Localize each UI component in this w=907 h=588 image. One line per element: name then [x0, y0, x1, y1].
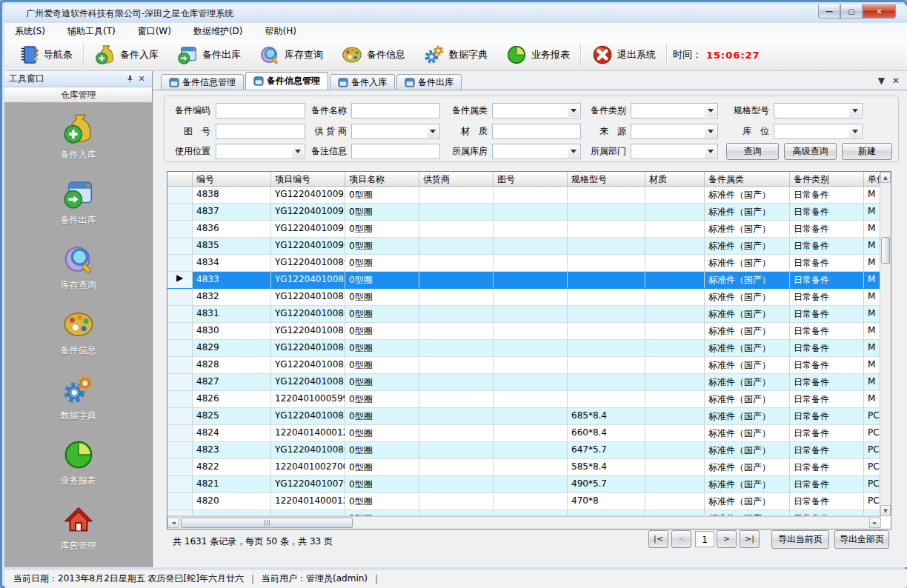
input-材质[interactable] — [492, 124, 581, 139]
tab-4-备件出库[interactable]: 备件出库 — [396, 74, 462, 90]
menu-item-5[interactable]: 帮助(H) — [265, 25, 296, 38]
row-selector-cell[interactable] — [167, 357, 193, 374]
combo-所属库房[interactable] — [492, 144, 581, 159]
scroll-down-icon[interactable]: ▼ — [880, 505, 891, 516]
combo-所属部门[interactable] — [631, 144, 718, 159]
export-all-pages-button[interactable]: 导出全部页 — [834, 530, 889, 549]
chevron-down-icon[interactable] — [568, 145, 579, 158]
chevron-down-icon[interactable] — [705, 145, 717, 158]
table-row-4829[interactable]: 4829YG122040100840型圈标准件（国产）日常备件M — [167, 340, 881, 357]
table-row-4831[interactable]: 4831YG122040100860型圈标准件（国产）日常备件M — [167, 306, 881, 323]
menu-item-4[interactable]: 数据维护(D) — [193, 25, 243, 38]
tab-3-备件入库[interactable]: 备件入库 — [330, 74, 395, 90]
chevron-down-icon[interactable] — [568, 104, 579, 117]
toolbar-button-库存查询[interactable]: 库存查询 — [250, 41, 332, 68]
combo-库位[interactable] — [774, 124, 863, 139]
toolbar-button-备件信息[interactable]: 备件信息 — [332, 41, 414, 68]
toolbar-button-导航条[interactable]: 导航条 — [9, 41, 82, 68]
input-备件编码[interactable] — [216, 103, 305, 118]
first-page-button[interactable]: |< — [648, 530, 668, 548]
table-row-4827[interactable]: 4827YG122040100820型圈标准件（国产）日常备件M — [167, 374, 881, 391]
chevron-down-icon[interactable] — [705, 104, 717, 117]
table-row-4830[interactable]: 4830YG122040100850型圈标准件（国产）日常备件M — [167, 323, 881, 340]
combo-规格型号[interactable] — [774, 103, 863, 118]
button-查询[interactable]: 查询 — [726, 143, 779, 160]
vertical-scroll-thumb[interactable] — [881, 237, 890, 264]
row-selector-cell[interactable] — [167, 187, 193, 204]
row-selector-cell[interactable] — [167, 442, 193, 459]
column-header-供货商[interactable]: 供货商 — [419, 172, 494, 186]
vertical-scrollbar[interactable]: ▲ ▼ — [880, 172, 891, 516]
column-header-项目名称[interactable]: 项目名称 — [345, 172, 419, 186]
table-row-partial[interactable]: 0型圈标准件（国产）日常备件 — [167, 510, 881, 516]
row-selector-cell[interactable] — [167, 340, 193, 357]
tab-2-备件信息管理[interactable]: 备件信息管理 — [245, 72, 328, 90]
sidebar-item-备件出库[interactable]: 备件出库 — [4, 177, 152, 242]
chevron-down-icon[interactable] — [427, 125, 439, 138]
button-新建[interactable]: 新建 — [842, 143, 892, 160]
scroll-left-icon[interactable]: ◄ — [167, 518, 179, 528]
column-header-图号[interactable]: 图号 — [494, 172, 568, 186]
horizontal-scroll-thumb[interactable] — [181, 518, 353, 528]
next-page-button[interactable]: > — [717, 530, 737, 548]
input-备件名称[interactable] — [351, 103, 440, 118]
row-selector-cell[interactable] — [167, 408, 193, 425]
column-header-规格型号[interactable]: 规格型号 — [568, 172, 645, 186]
input-图号[interactable] — [216, 124, 305, 139]
table-row-4826[interactable]: 482612204010005990型圈标准件（国产）日常备件M — [167, 391, 881, 408]
table-row-4832[interactable]: 4832YG122040100870型圈标准件（国产）日常备件M — [167, 289, 881, 306]
scroll-up-icon[interactable]: ▲ — [880, 172, 891, 183]
pin-icon[interactable] — [124, 73, 136, 85]
row-selector-cell[interactable] — [167, 476, 193, 493]
sidebar-item-数据字典[interactable]: 数据字典 — [4, 372, 152, 438]
row-selector-cell[interactable] — [167, 204, 193, 221]
sidebar-item-备件入库[interactable]: 备件入库 — [4, 112, 152, 177]
chevron-down-icon[interactable] — [849, 125, 861, 138]
tab-list-dropdown-icon[interactable]: ▼ — [878, 76, 885, 86]
toolbar-button-业务报表[interactable]: 业务报表 — [496, 41, 579, 68]
chevron-down-icon[interactable] — [849, 104, 861, 117]
row-selector-cell[interactable] — [167, 510, 193, 516]
table-row-4838[interactable]: 4838YG122040100930型圈标准件（国产）日常备件M — [167, 187, 881, 204]
table-row-4820[interactable]: 482012204014000130型圈470*8标准件（国产）日常备件PC — [167, 493, 881, 510]
close-button[interactable]: ✕ — [863, 4, 896, 19]
sidebar-item-库房管理[interactable]: 库房管理 — [4, 503, 152, 568]
combo-备件属类[interactable] — [492, 103, 581, 118]
row-selector-cell[interactable] — [167, 238, 193, 255]
row-selector-cell[interactable] — [167, 323, 193, 340]
table-row-4824[interactable]: 482412204014000120型圈660*8.4标准件（国产）日常备件PC — [167, 425, 881, 442]
last-page-button[interactable]: >| — [740, 530, 760, 548]
maximize-button[interactable]: ▢ — [840, 4, 863, 19]
sidebar-item-库存查询[interactable]: 库存查询 — [4, 242, 152, 307]
table-row-4837[interactable]: 4837YG122040100920型圈标准件（国产）日常备件M — [167, 204, 881, 221]
column-header-备件类别[interactable]: 备件类别 — [790, 172, 864, 186]
table-row-4834[interactable]: 4834YG122040100890型圈标准件（国产）日常备件M — [167, 255, 881, 272]
toolbar-button-备件出库[interactable]: 备件出库 — [167, 41, 250, 68]
combo-来源[interactable] — [631, 124, 718, 139]
toolbar-button-备件入库[interactable]: 备件入库 — [85, 41, 167, 68]
combo-备件类别[interactable] — [631, 103, 718, 118]
column-header-编号[interactable]: 编号 — [193, 172, 271, 186]
toolbar-button-退出系统[interactable]: 退出系统 — [582, 41, 665, 68]
sidebar-item-备件信息[interactable]: 备件信息 — [4, 307, 152, 372]
row-selector-cell[interactable] — [167, 289, 193, 306]
chevron-down-icon[interactable] — [705, 125, 717, 138]
table-row-4833[interactable]: ▶4833YG122040100880型圈标准件（国产）日常备件M — [167, 272, 881, 289]
toolbar-button-数据字典[interactable]: 数据字典 — [414, 41, 496, 68]
chevron-down-icon[interactable] — [292, 145, 304, 158]
minimize-button[interactable]: — — [818, 4, 840, 19]
table-row-4828[interactable]: 4828YG122040100830型圈标准件（国产）日常备件M — [167, 357, 881, 374]
horizontal-scrollbar[interactable]: ◄ ► — [167, 516, 881, 529]
table-row-4823[interactable]: 4823YG122040100800型圈647*5.7标准件（国产）日常备件PC — [167, 442, 881, 459]
table-row-4822[interactable]: 482212204010027000型圈585*8.4标准件（国产）日常备件PC — [167, 459, 881, 476]
scroll-right-icon[interactable]: ► — [869, 518, 881, 528]
row-selector-cell[interactable] — [167, 221, 193, 238]
combo-使用位置[interactable] — [216, 144, 305, 159]
table-row-4825[interactable]: 4825YG122040100810型圈685*8.4标准件（国产）日常备件PC — [167, 408, 881, 425]
row-selector-cell[interactable] — [167, 306, 193, 323]
column-header-备件属类[interactable]: 备件属类 — [705, 172, 790, 186]
current-row-marker[interactable]: ▶ — [167, 272, 193, 289]
table-row-4821[interactable]: 4821YG122040100790型圈490*5.7标准件（国产）日常备件PC — [167, 476, 881, 493]
prev-page-button[interactable]: < — [671, 530, 691, 548]
row-selector-cell[interactable] — [167, 374, 193, 391]
